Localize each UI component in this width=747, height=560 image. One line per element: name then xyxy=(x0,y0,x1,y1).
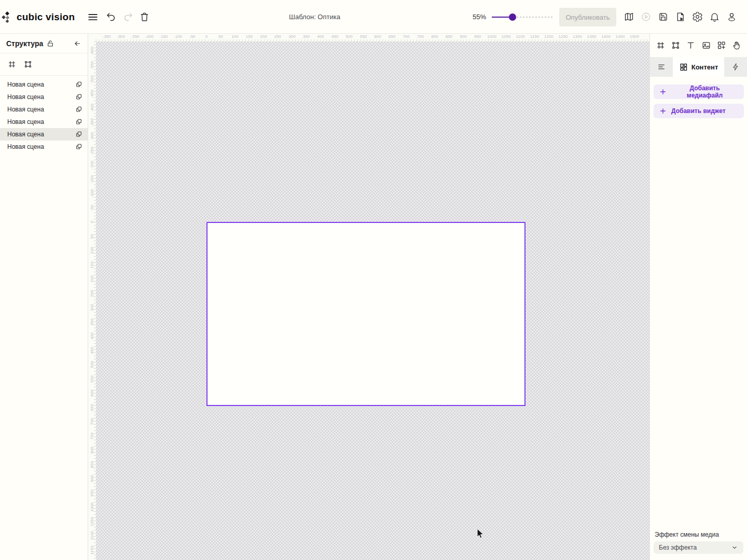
selection-icon[interactable] xyxy=(23,60,33,69)
inspector-panel: Контент Добавить медиафайл Добавить видж… xyxy=(649,34,747,560)
scene-label: Новая сцена xyxy=(7,81,75,88)
ruler-horizontal: -350-300-250-200-150-100-500501001502002… xyxy=(96,34,649,41)
inspector-tabs: Контент xyxy=(650,57,747,77)
menu-icon[interactable] xyxy=(87,0,99,34)
tab-content[interactable]: Контент xyxy=(673,57,724,77)
script-icon[interactable] xyxy=(675,0,686,34)
add-widget-label: Добавить виджет xyxy=(671,107,726,115)
template-label: Шаблон: Оптика xyxy=(289,0,340,34)
plus-icon xyxy=(659,107,667,115)
inspector-toolbar xyxy=(650,34,747,57)
duplicate-icon[interactable] xyxy=(75,81,82,88)
duplicate-icon[interactable] xyxy=(75,93,82,101)
canvas-region: -350-300-250-200-150-100-500501001502002… xyxy=(88,34,649,560)
widgets-icon[interactable] xyxy=(716,40,726,50)
chevron-down-icon xyxy=(731,544,738,551)
plus-icon xyxy=(659,88,667,95)
scene-canvas[interactable] xyxy=(206,222,525,406)
media-effect-section: Эффект смены медиа Без эффекта xyxy=(650,531,747,554)
scene-list-item[interactable]: Новая сцена xyxy=(0,116,88,128)
trash-icon[interactable] xyxy=(139,0,150,34)
effect-label: Эффект смены медиа xyxy=(655,531,742,538)
zoom-slider[interactable] xyxy=(492,12,553,22)
redo-icon xyxy=(122,0,133,34)
publish-button[interactable]: Опубликовать xyxy=(559,8,616,26)
image-icon[interactable] xyxy=(701,40,711,50)
logo-icon xyxy=(2,11,14,23)
canvas-viewport[interactable] xyxy=(96,41,649,560)
scene-label: Новая сцена xyxy=(7,106,75,113)
duplicate-icon[interactable] xyxy=(75,118,82,125)
structure-title: Структура xyxy=(6,39,43,48)
effect-select-value: Без эффекта xyxy=(659,544,731,551)
scene-label: Новая сцена xyxy=(7,143,75,150)
save-icon[interactable] xyxy=(658,0,669,34)
play-circle-icon xyxy=(641,0,652,34)
scene-list-item[interactable]: Новая сцена xyxy=(0,78,88,91)
frame-icon[interactable] xyxy=(656,40,666,50)
topbar-right-icons xyxy=(624,0,737,34)
settings-icon[interactable] xyxy=(692,0,703,34)
scene-list-item[interactable]: Новая сцена xyxy=(0,141,88,153)
account-icon[interactable] xyxy=(726,0,737,34)
scene-list: Новая сцена Новая сцена Новая сцена Нова… xyxy=(0,76,88,153)
zoom-slider-thumb[interactable] xyxy=(509,13,516,21)
duplicate-icon[interactable] xyxy=(75,143,82,150)
undo-icon[interactable] xyxy=(106,0,117,34)
duplicate-icon[interactable] xyxy=(75,106,82,113)
add-widget-button[interactable]: Добавить виджет xyxy=(654,104,744,118)
top-bar: cubic vision Шаблон: Оптика 55% Опублико… xyxy=(0,0,747,34)
effect-select[interactable]: Без эффекта xyxy=(654,541,743,554)
frame-icon[interactable] xyxy=(7,60,17,69)
structure-panel-header: Структура xyxy=(0,34,88,53)
scene-label: Новая сцена xyxy=(7,93,75,101)
structure-tools xyxy=(0,53,88,76)
mouse-cursor-icon xyxy=(476,528,485,539)
zoom-value: 55% xyxy=(468,0,486,34)
grid-icon xyxy=(679,63,688,72)
scene-list-item[interactable]: Новая сцена xyxy=(0,128,88,141)
lock-open-icon[interactable] xyxy=(46,39,54,48)
collapse-arrow-icon[interactable] xyxy=(73,39,81,48)
map-icon[interactable] xyxy=(624,0,634,34)
add-media-button[interactable]: Добавить медиафайл xyxy=(654,85,744,99)
lightning-icon xyxy=(731,62,740,72)
notifications-icon[interactable] xyxy=(709,0,720,34)
app-root: cubic vision Шаблон: Оптика 55% Опублико… xyxy=(0,0,747,560)
text-icon[interactable] xyxy=(686,40,696,50)
scene-label: Новая сцена xyxy=(7,131,75,138)
ruler-vertical: -600-550-500-450-400-350-300-250-200-150… xyxy=(88,41,96,560)
hand-icon[interactable] xyxy=(731,40,741,50)
app-title: cubic vision xyxy=(17,0,75,34)
selection-icon[interactable] xyxy=(671,40,681,50)
tab-actions[interactable] xyxy=(724,57,747,77)
scene-list-item[interactable]: Новая сцена xyxy=(0,103,88,116)
duplicate-icon[interactable] xyxy=(75,131,82,138)
structure-panel: Структура Новая сцена Новая сцена xyxy=(0,34,88,560)
add-media-label: Добавить медиафайл xyxy=(671,85,738,99)
tab-layers[interactable] xyxy=(650,57,673,77)
tab-content-label: Контент xyxy=(691,63,718,71)
scene-list-item[interactable]: Новая сцена xyxy=(0,91,88,103)
list-icon xyxy=(657,62,666,72)
scene-label: Новая сцена xyxy=(7,118,75,125)
